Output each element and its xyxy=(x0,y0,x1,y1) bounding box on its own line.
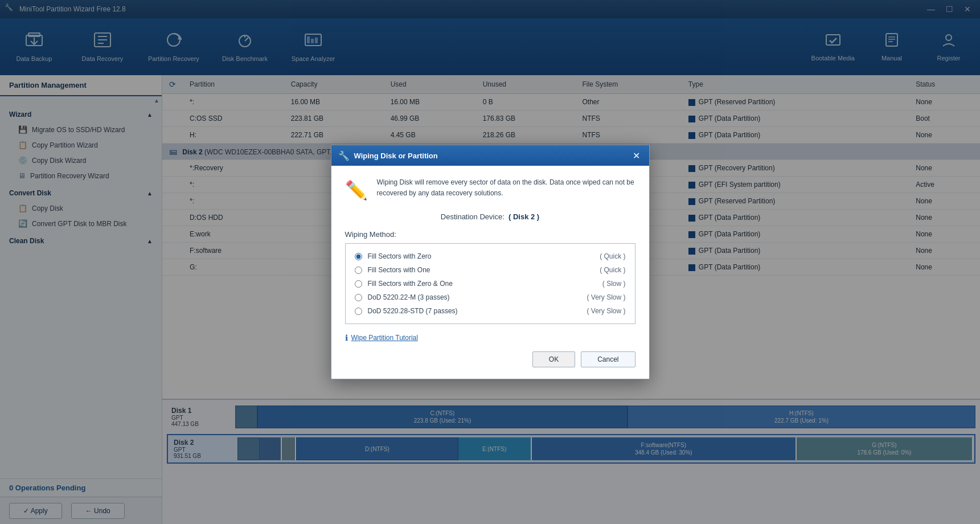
method-name-fill-zero-one: Fill Sectors with Zero & One xyxy=(368,280,602,288)
help-circle-icon: ℹ xyxy=(345,333,348,342)
method-speed-fill-one: ( Quick ) xyxy=(600,266,625,274)
method-name-dod7: DoD 5220.28-STD (7 passes) xyxy=(368,307,587,315)
modal-methods-box: Fill Sectors with Zero ( Quick ) Fill Se… xyxy=(345,243,635,324)
modal-title-area: 🔧 Wiping Disk or Partition xyxy=(338,150,438,161)
destination-label: Destination Device: xyxy=(441,212,505,221)
method-row-fill-zero[interactable]: Fill Sectors with Zero ( Quick ) xyxy=(355,249,626,263)
method-speed-dod7: ( Very Slow ) xyxy=(587,307,625,315)
modal-close-button[interactable]: ✕ xyxy=(631,150,642,161)
method-radio-dod3[interactable] xyxy=(355,294,362,301)
method-radio-fill-one[interactable] xyxy=(355,267,362,274)
method-radio-fill-zero[interactable] xyxy=(355,253,362,260)
wipe-disk-modal: 🔧 Wiping Disk or Partition ✕ ✏️ Wiping D… xyxy=(331,145,650,379)
warning-icon: ✏️ xyxy=(345,179,368,201)
method-row-fill-zero-one[interactable]: Fill Sectors with Zero & One ( Slow ) xyxy=(355,277,626,290)
method-radio-fill-zero-one[interactable] xyxy=(355,280,362,288)
modal-destination: Destination Device: ( Disk 2 ) xyxy=(345,212,635,221)
method-speed-fill-zero: ( Quick ) xyxy=(600,252,625,260)
modal-overlay: 🔧 Wiping Disk or Partition ✕ ✏️ Wiping D… xyxy=(0,0,980,524)
destination-value: ( Disk 2 ) xyxy=(509,212,539,221)
modal-titlebar: 🔧 Wiping Disk or Partition ✕ xyxy=(331,145,649,166)
method-name-dod3: DoD 5220.22-M (3 passes) xyxy=(368,293,587,301)
modal-body: ✏️ Wiping Disk will remove every sector … xyxy=(331,166,649,379)
method-name-fill-one: Fill Sectors with One xyxy=(368,266,600,274)
wipe-tutorial-link[interactable]: Wipe Partition Tutorial xyxy=(351,334,418,342)
modal-link-row: ℹ Wipe Partition Tutorial xyxy=(345,333,635,342)
method-name-fill-zero: Fill Sectors with Zero xyxy=(368,252,600,260)
modal-buttons: OK Cancel xyxy=(345,351,635,367)
modal-title-icon: 🔧 xyxy=(338,150,350,161)
modal-warning-text: Wiping Disk will remove every sector of … xyxy=(377,177,635,201)
modal-warning: ✏️ Wiping Disk will remove every sector … xyxy=(345,177,635,201)
method-speed-fill-zero-one: ( Slow ) xyxy=(602,280,626,288)
method-row-dod3[interactable]: DoD 5220.22-M (3 passes) ( Very Slow ) xyxy=(355,290,626,304)
modal-title-text: Wiping Disk or Partition xyxy=(354,152,438,160)
method-radio-dod7[interactable] xyxy=(355,308,362,315)
modal-ok-button[interactable]: OK xyxy=(532,351,575,367)
modal-method-label: Wiping Method: xyxy=(345,230,635,239)
method-row-fill-one[interactable]: Fill Sectors with One ( Quick ) xyxy=(355,263,626,277)
modal-cancel-button[interactable]: Cancel xyxy=(581,351,635,367)
method-speed-dod3: ( Very Slow ) xyxy=(587,293,625,301)
method-row-dod7[interactable]: DoD 5220.28-STD (7 passes) ( Very Slow ) xyxy=(355,304,626,318)
